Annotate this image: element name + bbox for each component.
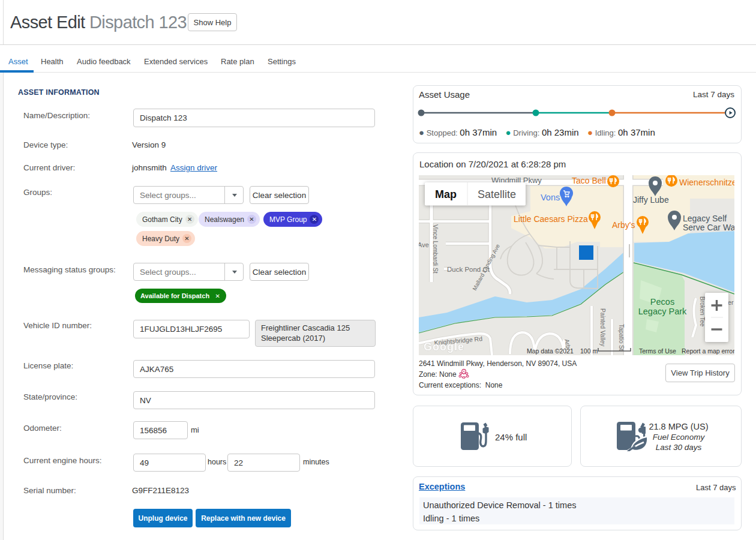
svg-text:Legacy Park: Legacy Park	[638, 307, 687, 316]
svg-text:Satellite: Satellite	[478, 188, 516, 200]
svg-text:Legacy Self: Legacy Self	[683, 214, 727, 223]
svg-text:Broken Tee: Broken Tee	[699, 296, 706, 327]
svg-text:Map data ©2021: Map data ©2021	[527, 347, 574, 355]
svg-text:Report a map error: Report a map error	[682, 347, 734, 355]
svg-text:Wienerschnitze: Wienerschnitze	[679, 178, 734, 187]
svg-text:Map: Map	[435, 188, 457, 200]
svg-text:Taco Bell: Taco Bell	[572, 176, 606, 185]
svg-text:Serve Car Was: Serve Car Was	[683, 223, 734, 232]
svg-text:Google: Google	[424, 341, 464, 353]
svg-text:100 m: 100 m	[580, 347, 598, 355]
svg-text:er l: er l	[728, 299, 734, 306]
svg-text:Arby's: Arby's	[612, 220, 635, 230]
svg-text:Terms of Use: Terms of Use	[639, 347, 676, 355]
svg-text:Ave: Ave	[419, 241, 429, 248]
svg-text:Vince Lombardi St: Vince Lombardi St	[432, 224, 439, 274]
svg-text:Painted Valley: Painted Valley	[599, 308, 606, 346]
svg-text:Vons: Vons	[541, 193, 560, 202]
svg-text:Tapatio St: Tapatio St	[618, 324, 625, 351]
svg-text:Pecos: Pecos	[650, 297, 674, 307]
svg-text:Jiffy Lube: Jiffy Lube	[633, 195, 669, 205]
svg-text:Duck Pond Ct: Duck Pond Ct	[447, 266, 490, 273]
svg-text:Little Caesars Pizza: Little Caesars Pizza	[514, 214, 588, 224]
